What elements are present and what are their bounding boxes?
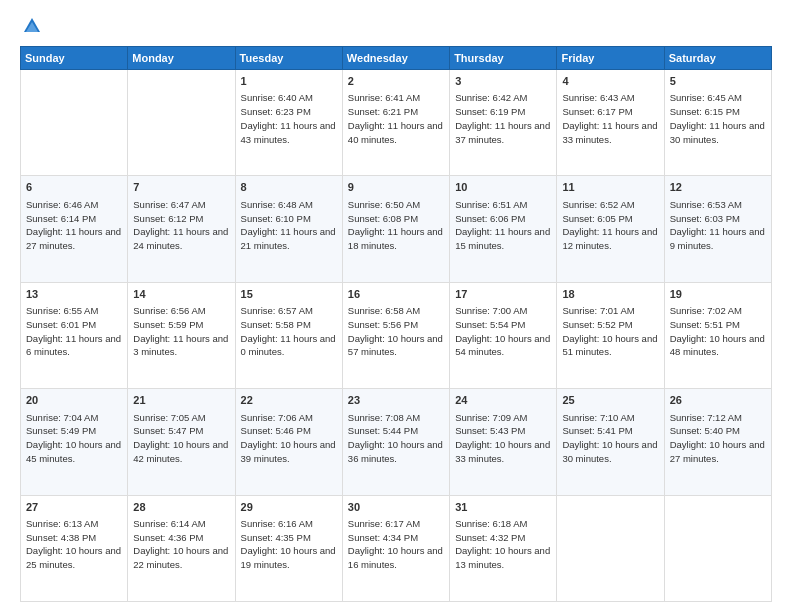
day-cell: 3Sunrise: 6:42 AM Sunset: 6:19 PM Daylig… bbox=[450, 70, 557, 176]
day-info: Sunrise: 7:09 AM Sunset: 5:43 PM Dayligh… bbox=[455, 411, 551, 466]
day-info: Sunrise: 7:12 AM Sunset: 5:40 PM Dayligh… bbox=[670, 411, 766, 466]
day-info: Sunrise: 7:05 AM Sunset: 5:47 PM Dayligh… bbox=[133, 411, 229, 466]
day-cell: 14Sunrise: 6:56 AM Sunset: 5:59 PM Dayli… bbox=[128, 282, 235, 388]
day-info: Sunrise: 6:50 AM Sunset: 6:08 PM Dayligh… bbox=[348, 198, 444, 253]
weekday-header-friday: Friday bbox=[557, 47, 664, 70]
day-number: 8 bbox=[241, 180, 337, 195]
day-cell: 18Sunrise: 7:01 AM Sunset: 5:52 PM Dayli… bbox=[557, 282, 664, 388]
day-cell: 31Sunrise: 6:18 AM Sunset: 4:32 PM Dayli… bbox=[450, 495, 557, 601]
day-info: Sunrise: 6:18 AM Sunset: 4:32 PM Dayligh… bbox=[455, 517, 551, 572]
day-number: 4 bbox=[562, 74, 658, 89]
day-cell: 2Sunrise: 6:41 AM Sunset: 6:21 PM Daylig… bbox=[342, 70, 449, 176]
day-info: Sunrise: 6:17 AM Sunset: 4:34 PM Dayligh… bbox=[348, 517, 444, 572]
day-cell: 25Sunrise: 7:10 AM Sunset: 5:41 PM Dayli… bbox=[557, 389, 664, 495]
day-info: Sunrise: 7:02 AM Sunset: 5:51 PM Dayligh… bbox=[670, 304, 766, 359]
day-number: 12 bbox=[670, 180, 766, 195]
day-info: Sunrise: 6:52 AM Sunset: 6:05 PM Dayligh… bbox=[562, 198, 658, 253]
day-number: 20 bbox=[26, 393, 122, 408]
day-info: Sunrise: 6:14 AM Sunset: 4:36 PM Dayligh… bbox=[133, 517, 229, 572]
day-info: Sunrise: 7:10 AM Sunset: 5:41 PM Dayligh… bbox=[562, 411, 658, 466]
header bbox=[20, 16, 772, 36]
day-info: Sunrise: 7:08 AM Sunset: 5:44 PM Dayligh… bbox=[348, 411, 444, 466]
weekday-header-monday: Monday bbox=[128, 47, 235, 70]
day-info: Sunrise: 6:58 AM Sunset: 5:56 PM Dayligh… bbox=[348, 304, 444, 359]
day-number: 13 bbox=[26, 287, 122, 302]
day-cell: 12Sunrise: 6:53 AM Sunset: 6:03 PM Dayli… bbox=[664, 176, 771, 282]
day-cell: 17Sunrise: 7:00 AM Sunset: 5:54 PM Dayli… bbox=[450, 282, 557, 388]
day-number: 27 bbox=[26, 500, 122, 515]
day-cell: 9Sunrise: 6:50 AM Sunset: 6:08 PM Daylig… bbox=[342, 176, 449, 282]
day-cell: 23Sunrise: 7:08 AM Sunset: 5:44 PM Dayli… bbox=[342, 389, 449, 495]
day-number: 5 bbox=[670, 74, 766, 89]
day-cell: 1Sunrise: 6:40 AM Sunset: 6:23 PM Daylig… bbox=[235, 70, 342, 176]
day-info: Sunrise: 6:53 AM Sunset: 6:03 PM Dayligh… bbox=[670, 198, 766, 253]
day-number: 31 bbox=[455, 500, 551, 515]
day-number: 7 bbox=[133, 180, 229, 195]
logo-icon bbox=[22, 16, 42, 36]
day-number: 24 bbox=[455, 393, 551, 408]
day-cell: 22Sunrise: 7:06 AM Sunset: 5:46 PM Dayli… bbox=[235, 389, 342, 495]
day-cell: 16Sunrise: 6:58 AM Sunset: 5:56 PM Dayli… bbox=[342, 282, 449, 388]
day-number: 26 bbox=[670, 393, 766, 408]
day-number: 30 bbox=[348, 500, 444, 515]
day-info: Sunrise: 7:01 AM Sunset: 5:52 PM Dayligh… bbox=[562, 304, 658, 359]
day-info: Sunrise: 6:51 AM Sunset: 6:06 PM Dayligh… bbox=[455, 198, 551, 253]
week-row-1: 1Sunrise: 6:40 AM Sunset: 6:23 PM Daylig… bbox=[21, 70, 772, 176]
day-number: 18 bbox=[562, 287, 658, 302]
day-info: Sunrise: 6:43 AM Sunset: 6:17 PM Dayligh… bbox=[562, 91, 658, 146]
weekday-header-saturday: Saturday bbox=[664, 47, 771, 70]
week-row-2: 6Sunrise: 6:46 AM Sunset: 6:14 PM Daylig… bbox=[21, 176, 772, 282]
day-number: 23 bbox=[348, 393, 444, 408]
day-cell bbox=[128, 70, 235, 176]
day-info: Sunrise: 6:56 AM Sunset: 5:59 PM Dayligh… bbox=[133, 304, 229, 359]
day-number: 15 bbox=[241, 287, 337, 302]
day-number: 6 bbox=[26, 180, 122, 195]
day-number: 2 bbox=[348, 74, 444, 89]
day-number: 14 bbox=[133, 287, 229, 302]
day-number: 3 bbox=[455, 74, 551, 89]
week-row-5: 27Sunrise: 6:13 AM Sunset: 4:38 PM Dayli… bbox=[21, 495, 772, 601]
day-info: Sunrise: 7:04 AM Sunset: 5:49 PM Dayligh… bbox=[26, 411, 122, 466]
day-number: 28 bbox=[133, 500, 229, 515]
day-number: 17 bbox=[455, 287, 551, 302]
day-cell: 19Sunrise: 7:02 AM Sunset: 5:51 PM Dayli… bbox=[664, 282, 771, 388]
day-cell: 5Sunrise: 6:45 AM Sunset: 6:15 PM Daylig… bbox=[664, 70, 771, 176]
day-cell: 27Sunrise: 6:13 AM Sunset: 4:38 PM Dayli… bbox=[21, 495, 128, 601]
day-number: 1 bbox=[241, 74, 337, 89]
day-cell: 4Sunrise: 6:43 AM Sunset: 6:17 PM Daylig… bbox=[557, 70, 664, 176]
day-info: Sunrise: 6:16 AM Sunset: 4:35 PM Dayligh… bbox=[241, 517, 337, 572]
day-cell: 30Sunrise: 6:17 AM Sunset: 4:34 PM Dayli… bbox=[342, 495, 449, 601]
day-info: Sunrise: 7:06 AM Sunset: 5:46 PM Dayligh… bbox=[241, 411, 337, 466]
day-cell bbox=[557, 495, 664, 601]
day-info: Sunrise: 6:57 AM Sunset: 5:58 PM Dayligh… bbox=[241, 304, 337, 359]
logo bbox=[20, 16, 44, 36]
day-number: 22 bbox=[241, 393, 337, 408]
day-info: Sunrise: 6:13 AM Sunset: 4:38 PM Dayligh… bbox=[26, 517, 122, 572]
day-number: 25 bbox=[562, 393, 658, 408]
day-cell bbox=[21, 70, 128, 176]
day-number: 11 bbox=[562, 180, 658, 195]
day-number: 16 bbox=[348, 287, 444, 302]
day-cell: 15Sunrise: 6:57 AM Sunset: 5:58 PM Dayli… bbox=[235, 282, 342, 388]
page: SundayMondayTuesdayWednesdayThursdayFrid… bbox=[0, 0, 792, 612]
week-row-4: 20Sunrise: 7:04 AM Sunset: 5:49 PM Dayli… bbox=[21, 389, 772, 495]
day-cell: 24Sunrise: 7:09 AM Sunset: 5:43 PM Dayli… bbox=[450, 389, 557, 495]
weekday-header-sunday: Sunday bbox=[21, 47, 128, 70]
weekday-header-wednesday: Wednesday bbox=[342, 47, 449, 70]
day-info: Sunrise: 6:45 AM Sunset: 6:15 PM Dayligh… bbox=[670, 91, 766, 146]
day-number: 21 bbox=[133, 393, 229, 408]
day-cell: 6Sunrise: 6:46 AM Sunset: 6:14 PM Daylig… bbox=[21, 176, 128, 282]
day-number: 9 bbox=[348, 180, 444, 195]
day-info: Sunrise: 7:00 AM Sunset: 5:54 PM Dayligh… bbox=[455, 304, 551, 359]
day-info: Sunrise: 6:42 AM Sunset: 6:19 PM Dayligh… bbox=[455, 91, 551, 146]
weekday-header-row: SundayMondayTuesdayWednesdayThursdayFrid… bbox=[21, 47, 772, 70]
day-cell: 28Sunrise: 6:14 AM Sunset: 4:36 PM Dayli… bbox=[128, 495, 235, 601]
day-number: 19 bbox=[670, 287, 766, 302]
day-cell: 26Sunrise: 7:12 AM Sunset: 5:40 PM Dayli… bbox=[664, 389, 771, 495]
week-row-3: 13Sunrise: 6:55 AM Sunset: 6:01 PM Dayli… bbox=[21, 282, 772, 388]
day-cell: 10Sunrise: 6:51 AM Sunset: 6:06 PM Dayli… bbox=[450, 176, 557, 282]
calendar-table: SundayMondayTuesdayWednesdayThursdayFrid… bbox=[20, 46, 772, 602]
day-info: Sunrise: 6:46 AM Sunset: 6:14 PM Dayligh… bbox=[26, 198, 122, 253]
day-number: 10 bbox=[455, 180, 551, 195]
day-cell: 20Sunrise: 7:04 AM Sunset: 5:49 PM Dayli… bbox=[21, 389, 128, 495]
